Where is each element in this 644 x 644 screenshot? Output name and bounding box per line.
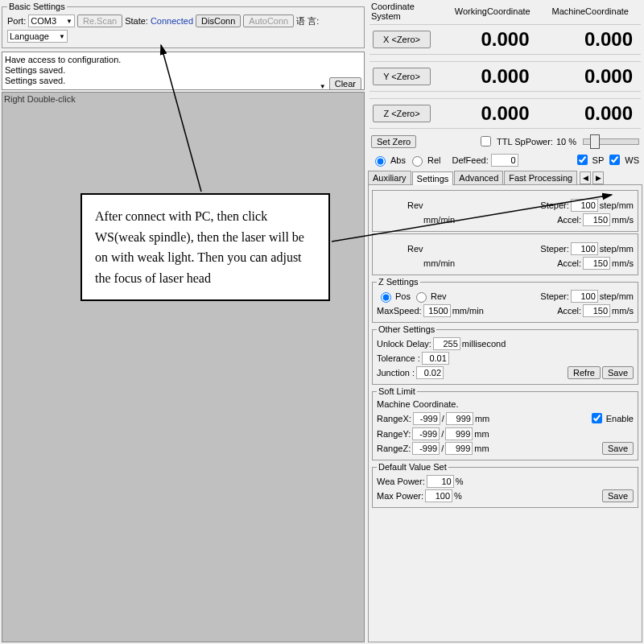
rangey-hi[interactable] — [445, 427, 473, 440]
autoconnect-button[interactable]: AutoConn — [243, 14, 294, 27]
accel-x-input[interactable] — [583, 213, 610, 226]
y-zero-button[interactable]: Y <Zero> — [373, 68, 431, 85]
accel-label: Accel: — [557, 306, 581, 316]
machine-coord-label: MachineCoordinate — [542, 6, 640, 16]
log-line: Have access to configuration. — [5, 55, 361, 65]
sp-checkbox[interactable] — [577, 155, 588, 165]
machine-coord-label2: Machine Coordinate. — [377, 399, 459, 409]
deffeed-label: DefFeed: — [452, 155, 488, 165]
port-select[interactable]: COM3 ▼ — [28, 14, 75, 27]
clear-log-button[interactable]: Clear — [329, 77, 361, 90]
save-other-button[interactable]: Save — [602, 366, 634, 379]
other-settings-legend: Other Settings — [377, 324, 436, 334]
weak-power-input[interactable] — [427, 475, 454, 488]
log-line: Settings saved. — [5, 65, 361, 76]
port-label: Port: — [7, 16, 26, 26]
tolerance-input[interactable] — [422, 352, 449, 365]
steper-unit: step/mm — [600, 200, 634, 210]
tab-scroll-right[interactable]: ▶ — [592, 171, 604, 184]
y-machine-value: 0.000 — [535, 65, 638, 88]
speed-unit: mm/min — [452, 306, 484, 316]
z-settings-legend: Z Settings — [377, 277, 420, 287]
maxspeed-z-input[interactable] — [423, 304, 451, 317]
mm-unit: mm — [475, 414, 489, 423]
unlock-delay-input[interactable] — [433, 337, 460, 350]
maxspeed-label: MaxSpeed: — [377, 306, 422, 316]
rel-radio[interactable] — [412, 156, 423, 167]
steper-y-input[interactable] — [571, 242, 598, 255]
weak-power-label: Wea Power: — [377, 477, 425, 486]
language-select[interactable]: Language ▼ — [7, 30, 68, 43]
canvas-area[interactable]: Right Double-click — [2, 92, 365, 642]
deffeed-input[interactable] — [491, 154, 518, 167]
accel-y-input[interactable] — [583, 257, 610, 270]
steper-x-input[interactable] — [571, 199, 598, 212]
rangey-lo[interactable] — [412, 427, 440, 440]
accel-label: Accel: — [557, 258, 581, 268]
steper-label: Steper: — [540, 291, 568, 301]
y-working-value: 0.000 — [431, 65, 535, 88]
x-working-value: 0.000 — [431, 28, 535, 51]
ws-label: WS — [625, 155, 639, 165]
disconnect-button[interactable]: DisConn — [196, 14, 241, 27]
rangez-hi[interactable] — [445, 442, 473, 455]
coord-system-label: Coordinate System — [371, 2, 444, 21]
working-coord-label: WorkingCoordinate — [444, 6, 542, 16]
canvas-hint: Right Double-click — [4, 94, 76, 104]
softlimit-enable-checkbox[interactable] — [592, 413, 602, 423]
refresh-button[interactable]: Refre — [568, 366, 601, 379]
tab-advanced[interactable]: Advanced — [454, 171, 503, 184]
abs-radio[interactable] — [375, 156, 386, 167]
max-power-label: Max Power: — [377, 491, 423, 501]
rangex-hi[interactable] — [446, 412, 473, 425]
tab-scroll-left[interactable]: ◀ — [580, 171, 591, 184]
chevron-down-icon: ▼ — [66, 18, 72, 25]
unlock-unit: millisecond — [462, 339, 506, 349]
steper-label: Steper: — [540, 244, 568, 254]
mm-unit: mm — [474, 429, 489, 439]
sp-label: SP — [592, 155, 605, 165]
z-pos-radio[interactable] — [381, 292, 391, 303]
junction-label: Junction : — [377, 368, 415, 378]
accel-z-input[interactable] — [583, 304, 610, 317]
state-label: State: — [125, 16, 148, 26]
z-settings: Z Settings Pos Rev Steper: step/mm MaxSp… — [372, 277, 638, 323]
z-rev-radio[interactable] — [416, 292, 427, 303]
junction-input[interactable] — [416, 366, 444, 379]
z-machine-value: 0.000 — [535, 102, 638, 125]
basic-settings-legend: Basic Settings — [7, 2, 67, 11]
x-machine-value: 0.000 — [535, 28, 638, 51]
tab-fast-processing[interactable]: Fast Processing — [504, 171, 577, 184]
chevron-down-icon: ▼ — [59, 33, 65, 40]
pct-unit: % — [454, 491, 462, 501]
steper-unit: step/mm — [600, 244, 634, 254]
ttl-checkbox[interactable] — [481, 136, 491, 147]
mm-unit: mm — [474, 444, 489, 453]
soft-limit: Soft Limit Machine Coordinate. RangeX: /… — [372, 386, 638, 460]
steper-z-input[interactable] — [571, 290, 598, 303]
rescan-button[interactable]: Re.Scan — [77, 14, 122, 27]
rangex-lo[interactable] — [413, 412, 440, 425]
z-pos-label: Pos — [395, 291, 411, 301]
ttl-value: 10 % — [556, 137, 576, 147]
ttl-slider[interactable] — [583, 138, 639, 145]
rangez-lo[interactable] — [412, 442, 440, 455]
other-settings: Other Settings Unlock Delay: millisecond… — [372, 324, 638, 385]
z-zero-button[interactable]: Z <Zero> — [373, 105, 431, 122]
tab-auxiliary[interactable]: Auxiliary — [368, 171, 411, 184]
tolerance-label: Tolerance : — [377, 353, 420, 363]
save-default-button[interactable]: Save — [602, 489, 634, 502]
enable-label: Enable — [606, 414, 634, 423]
soft-limit-legend: Soft Limit — [377, 386, 417, 396]
max-power-input[interactable] — [425, 489, 452, 502]
ws-checkbox[interactable] — [609, 155, 620, 165]
save-softlimit-button[interactable]: Save — [602, 442, 634, 455]
tab-settings[interactable]: Settings — [412, 171, 454, 185]
unlock-delay-label: Unlock Delay: — [377, 339, 431, 349]
x-zero-button[interactable]: X <Zero> — [373, 31, 431, 48]
set-zero-button[interactable]: Set Zero — [371, 135, 416, 148]
rev-label: Rev — [407, 244, 423, 254]
abs-label: Abs — [390, 155, 406, 165]
basic-settings-group: Basic Settings Port: COM3 ▼ Re.Scan Stat… — [2, 2, 365, 48]
rev-label: Rev — [407, 200, 423, 210]
